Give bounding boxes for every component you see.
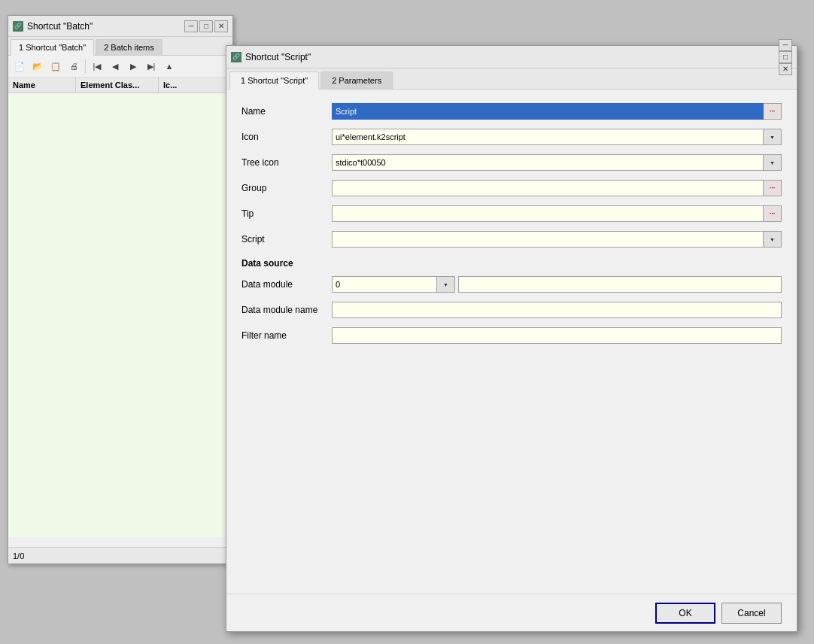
icon-dropdown-button[interactable] <box>764 129 782 145</box>
data-module-dropdown-button[interactable] <box>437 276 455 293</box>
last-button[interactable]: ▶| <box>143 58 159 74</box>
icon-input-group <box>332 129 782 145</box>
batch-restore-button[interactable]: □ <box>199 20 213 32</box>
group-label: Group <box>241 183 332 193</box>
filter-name-field-container <box>332 327 782 344</box>
script-form: Name ··· Icon Tree icon <box>226 90 797 363</box>
tip-field-container: ··· <box>332 205 782 222</box>
icon-label: Icon <box>241 132 332 142</box>
batch-title-text: Shortcut "Batch" <box>27 21 93 32</box>
tip-browse-button[interactable]: ··· <box>764 205 782 222</box>
new-button[interactable]: 📄 <box>11 58 28 74</box>
script-close-button[interactable]: ✕ <box>779 63 792 75</box>
group-field-container: ··· <box>332 180 782 196</box>
name-row: Name ··· <box>241 102 782 121</box>
script-label: Script <box>241 234 332 245</box>
col-name: Name <box>8 77 76 93</box>
name-input-group: ··· <box>332 103 782 120</box>
open-button[interactable]: 📂 <box>29 58 46 74</box>
script-title-controls: ─ □ ✕ <box>779 39 792 75</box>
tip-label: Tip <box>241 208 332 219</box>
col-class: Element Clas... <box>76 77 159 93</box>
data-source-header: Data source <box>241 258 782 269</box>
data-module-name-field-container <box>332 302 782 318</box>
batch-status-bar: 1/0 <box>8 547 232 564</box>
data-module-name-label: Data module name <box>241 305 332 315</box>
script-restore-button[interactable]: □ <box>779 51 792 63</box>
batch-close-button[interactable]: ✕ <box>214 20 228 32</box>
tip-input[interactable] <box>332 205 764 222</box>
filter-name-input[interactable] <box>332 327 782 344</box>
print-button[interactable]: 🖨 <box>65 58 82 74</box>
group-row: Group ··· <box>241 178 782 198</box>
tree-icon-dropdown-button[interactable] <box>764 154 782 171</box>
next-button[interactable]: ▶ <box>125 58 141 74</box>
col-icon: Ic... <box>159 77 232 93</box>
tip-input-group: ··· <box>332 205 782 222</box>
batch-title-controls: ─ □ ✕ <box>184 20 228 32</box>
script-title-text: Shortcut "Script" <box>245 52 311 62</box>
name-label: Name <box>241 106 332 117</box>
script-tab-parameters[interactable]: 2 Parameters <box>320 71 393 89</box>
dialog-footer: OK Cancel <box>226 594 797 631</box>
data-module-input[interactable] <box>332 276 437 293</box>
ok-button[interactable]: OK <box>655 603 715 624</box>
data-module-field-container <box>332 276 782 293</box>
batch-tab-shortcut[interactable]: 1 Shortcut "Batch" <box>11 39 94 56</box>
group-browse-button[interactable]: ··· <box>764 180 782 196</box>
script-titlebar: 🔗 Shortcut "Script" ─ □ ✕ <box>226 46 797 68</box>
batch-tabs-bar: 1 Shortcut "Batch" 2 Batch items <box>8 37 232 56</box>
tree-icon-field-container <box>332 154 782 171</box>
batch-window: 🔗 Shortcut "Batch" ─ □ ✕ 1 Shortcut "Bat… <box>8 15 233 564</box>
data-module-label: Data module <box>241 279 332 290</box>
filter-name-label: Filter name <box>241 330 332 341</box>
tree-icon-input[interactable] <box>332 154 764 171</box>
move-up-button[interactable]: ▲ <box>161 58 178 74</box>
prev-button[interactable]: ◀ <box>107 58 123 74</box>
name-browse-button[interactable]: ··· <box>764 103 782 120</box>
batch-minimize-button[interactable]: ─ <box>184 20 198 32</box>
script-input[interactable] <box>332 231 764 248</box>
group-input-group: ··· <box>332 180 782 196</box>
tip-row: Tip ··· <box>241 204 782 223</box>
batch-tab-items[interactable]: 2 Batch items <box>96 39 162 55</box>
tree-icon-row: Tree icon <box>241 153 782 172</box>
name-field-container: ··· <box>332 103 782 120</box>
toolbar-sep1 <box>85 59 86 73</box>
batch-titlebar: 🔗 Shortcut "Batch" ─ □ ✕ <box>8 16 232 37</box>
batch-title-icon: 🔗 <box>13 21 23 32</box>
script-window: 🔗 Shortcut "Script" ─ □ ✕ 1 Shortcut "Sc… <box>226 45 797 632</box>
script-minimize-button[interactable]: ─ <box>779 39 792 51</box>
batch-status-text: 1/0 <box>13 551 24 560</box>
script-title-icon: 🔗 <box>231 52 241 62</box>
tree-icon-input-group <box>332 154 782 171</box>
script-field-container <box>332 231 782 248</box>
script-row: Script <box>241 229 782 249</box>
icon-field-container <box>332 129 782 145</box>
filter-name-row: Filter name <box>241 326 782 345</box>
data-module-name-row: Data module name <box>241 300 782 320</box>
script-tabs-bar: 1 Shortcut "Script" 2 Parameters <box>226 68 797 90</box>
script-input-group <box>332 231 782 248</box>
batch-table-body <box>8 93 232 537</box>
icon-row: Icon <box>241 127 782 147</box>
group-input[interactable] <box>332 180 764 196</box>
batch-table-header: Name Element Clas... Ic... <box>8 77 232 93</box>
first-button[interactable]: |◀ <box>89 58 105 74</box>
data-module-name-input[interactable] <box>332 302 782 318</box>
tree-icon-label: Tree icon <box>241 157 332 168</box>
data-module-extra-input[interactable] <box>458 276 782 293</box>
script-dropdown-button[interactable] <box>764 231 782 248</box>
icon-input[interactable] <box>332 129 764 145</box>
copy-button[interactable]: 📋 <box>47 58 64 74</box>
batch-toolbar: 📄 📂 📋 🖨 |◀ ◀ ▶ ▶| ▲ <box>8 56 232 77</box>
name-input[interactable] <box>332 103 764 120</box>
script-tab-shortcut[interactable]: 1 Shortcut "Script" <box>229 71 319 90</box>
cancel-button[interactable]: Cancel <box>721 603 782 624</box>
data-module-row: Data module <box>241 275 782 294</box>
